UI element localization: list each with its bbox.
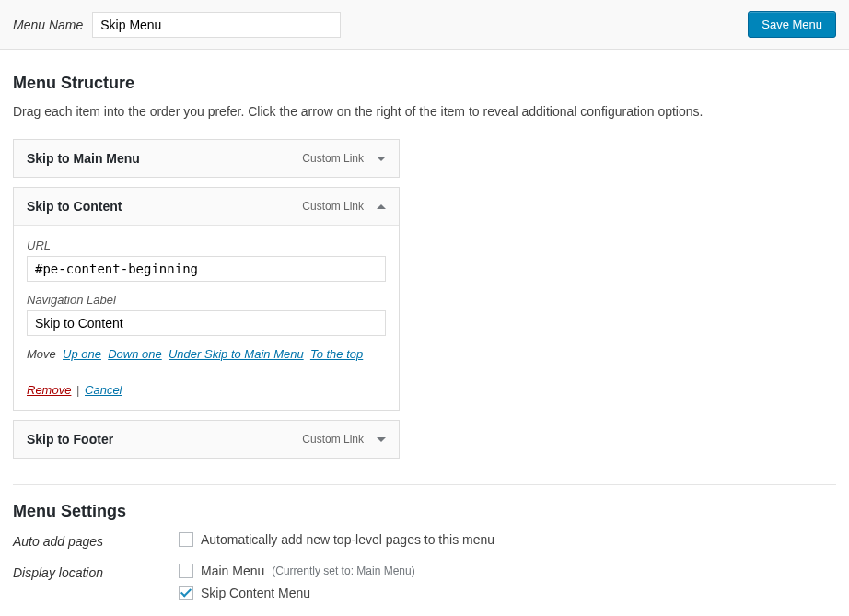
menu-name-input[interactable]: [92, 12, 341, 38]
menu-item-type-wrap: Custom Link: [302, 152, 386, 165]
auto-add-controls: Automatically add new top-level pages to…: [179, 532, 836, 554]
move-line: Move Up one Down one Under Skip to Main …: [27, 347, 386, 361]
chevron-down-icon[interactable]: [377, 157, 386, 161]
auto-add-checkbox-line[interactable]: Automatically add new top-level pages to…: [179, 532, 836, 547]
content: Menu Structure Drag each item into the o…: [0, 50, 849, 616]
save-menu-button[interactable]: Save Menu: [748, 11, 836, 38]
menu-structure-title: Menu Structure: [13, 74, 836, 93]
menu-item-title: Skip to Main Menu: [27, 151, 140, 166]
display-location-label: Display location: [13, 564, 179, 580]
menu-item-settings: URL Navigation Label Move Up one Down on…: [14, 225, 399, 410]
auto-add-checkbox[interactable]: [179, 532, 193, 547]
remove-link[interactable]: Remove: [27, 383, 71, 397]
auto-add-label: Auto add pages: [13, 532, 179, 549]
menu-item-type-wrap: Custom Link: [302, 433, 386, 446]
menu-item[interactable]: Skip to Main Menu Custom Link: [13, 139, 400, 178]
menu-settings-section: Menu Settings Auto add pages Automatical…: [13, 484, 836, 608]
menu-item[interactable]: Skip to Content Custom Link URL Navigati…: [13, 187, 400, 411]
cancel-link[interactable]: Cancel: [85, 383, 122, 397]
display-location-row: Display location Main Menu (Currently se…: [13, 564, 836, 608]
menu-item[interactable]: Skip to Footer Custom Link: [13, 420, 400, 459]
auto-add-row: Auto add pages Automatically add new top…: [13, 532, 836, 554]
location-checkbox-line[interactable]: Skip Content Menu: [179, 586, 836, 600]
url-label: URL: [27, 238, 386, 252]
location-label: Skip Content Menu: [201, 586, 310, 600]
auto-add-checkbox-label: Automatically add new top-level pages to…: [201, 532, 494, 547]
url-input[interactable]: [27, 256, 386, 282]
menu-item-title: Skip to Footer: [27, 432, 113, 447]
menu-item-title: Skip to Content: [27, 199, 122, 214]
menu-name-label: Menu Name: [13, 17, 83, 32]
location-checkbox-line[interactable]: Main Menu (Currently set to: Main Menu): [179, 564, 836, 578]
menu-item-handle[interactable]: Skip to Content Custom Link: [14, 188, 399, 225]
menu-item-type: Custom Link: [302, 152, 364, 165]
location-hint: (Currently set to: Main Menu): [272, 564, 414, 577]
menu-header-left: Menu Name: [13, 12, 341, 38]
nav-label-input[interactable]: [27, 310, 386, 336]
chevron-down-icon[interactable]: [377, 437, 386, 442]
structure-instruction: Drag each item into the order you prefer…: [13, 104, 836, 119]
nav-label-label: Navigation Label: [27, 293, 386, 307]
move-under-link[interactable]: Under Skip to Main Menu: [169, 347, 304, 361]
menu-settings-title: Menu Settings: [13, 502, 836, 521]
separator: |: [73, 383, 83, 397]
move-up-link[interactable]: Up one: [63, 347, 101, 361]
chevron-up-icon[interactable]: [377, 204, 386, 209]
menu-header: Menu Name Save Menu: [0, 0, 849, 50]
location-label: Main Menu: [201, 564, 264, 578]
menu-item-type: Custom Link: [302, 200, 364, 213]
menu-item-handle[interactable]: Skip to Footer Custom Link: [14, 421, 399, 458]
location-main-menu-checkbox[interactable]: [179, 564, 193, 578]
menu-item-handle[interactable]: Skip to Main Menu Custom Link: [14, 140, 399, 177]
display-location-controls: Main Menu (Currently set to: Main Menu) …: [179, 564, 836, 608]
menu-item-type-wrap: Custom Link: [302, 200, 386, 213]
move-label: Move: [27, 347, 56, 361]
action-line: Remove | Cancel: [27, 383, 386, 397]
move-down-link[interactable]: Down one: [108, 347, 162, 361]
location-skip-content-checkbox[interactable]: [179, 586, 193, 600]
menu-item-type: Custom Link: [302, 433, 364, 446]
move-top-link[interactable]: To the top: [310, 347, 363, 361]
